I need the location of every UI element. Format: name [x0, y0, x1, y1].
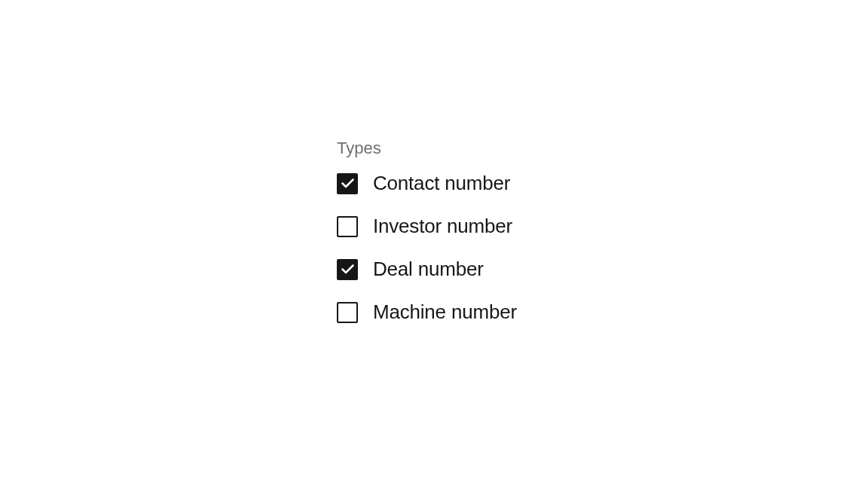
check-icon — [341, 264, 354, 274]
group-legend: Types — [337, 139, 381, 158]
check-icon — [341, 178, 354, 188]
checkbox-group-types: Types Contact number Investor number Dea… — [337, 139, 517, 324]
checkbox-label: Contact number — [373, 172, 510, 195]
checkbox-item-deal-number[interactable]: Deal number — [337, 258, 517, 281]
checkbox-box[interactable] — [337, 302, 358, 323]
checkbox-box[interactable] — [337, 216, 358, 237]
checkbox-label: Investor number — [373, 215, 512, 238]
checkbox-item-investor-number[interactable]: Investor number — [337, 215, 517, 238]
checkbox-item-contact-number[interactable]: Contact number — [337, 172, 517, 195]
checkbox-label: Deal number — [373, 258, 484, 281]
checkbox-item-machine-number[interactable]: Machine number — [337, 300, 517, 324]
checkbox-box[interactable] — [337, 173, 358, 194]
checkbox-box[interactable] — [337, 259, 358, 280]
checkbox-label: Machine number — [373, 300, 517, 324]
